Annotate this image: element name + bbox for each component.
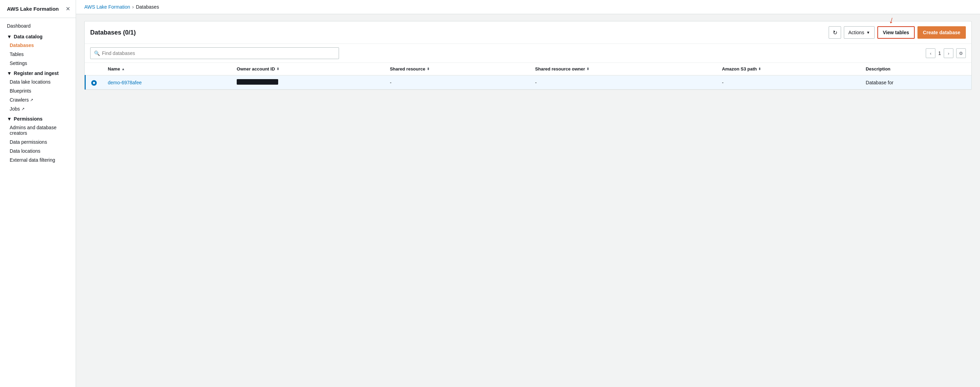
sort-icon: ⬍ xyxy=(277,67,279,71)
chevron-down-icon: ▼ xyxy=(7,70,12,76)
sort-icon: ⬍ xyxy=(586,67,589,71)
sidebar-nav: Dashboard ▼ Data catalog Databases Table… xyxy=(0,18,76,167)
owner-account-id-redacted xyxy=(237,79,278,84)
chevron-left-icon: ‹ xyxy=(930,51,931,56)
panel-header: Databases (0/1) ↻ Actions ▼ ↓ View table… xyxy=(85,21,971,44)
view-tables-button[interactable]: View tables xyxy=(877,26,915,39)
prev-page-button[interactable]: ‹ xyxy=(926,48,935,58)
row-shared-resource-cell: - xyxy=(384,75,530,89)
search-icon: 🔍 xyxy=(94,51,100,56)
sidebar-section-data-catalog[interactable]: ▼ Data catalog xyxy=(0,31,76,41)
search-bar-row: 🔍 ‹ 1 › ⚙ xyxy=(85,44,971,63)
sidebar-sub-register-ingest: Data lake locations Blueprints Crawlers … xyxy=(0,77,76,113)
sidebar-item-blueprints[interactable]: Blueprints xyxy=(10,86,76,96)
col-select xyxy=(85,63,103,75)
external-link-icon: ↗ xyxy=(30,98,33,102)
main-content: AWS Lake Formation › Databases Databases… xyxy=(76,0,980,387)
row-owner-cell xyxy=(231,75,384,89)
refresh-icon: ↻ xyxy=(833,29,837,36)
view-tables-wrapper: ↓ View tables xyxy=(877,26,915,39)
col-s3-path[interactable]: Amazon S3 path ⬍ xyxy=(716,63,860,75)
col-owner-account-id[interactable]: Owner account ID ⬍ xyxy=(231,63,384,75)
col-owner-label: Owner account ID xyxy=(237,66,275,72)
col-shared-label: Shared resource xyxy=(390,66,425,72)
col-shared-owner-label: Shared resource owner xyxy=(535,66,585,72)
col-shared-resource-owner[interactable]: Shared resource owner ⬍ xyxy=(530,63,717,75)
col-s3-label: Amazon S3 path xyxy=(722,66,757,72)
sidebar-header: AWS Lake Formation ✕ xyxy=(0,0,76,18)
row-name-cell: demo-6978afee xyxy=(102,75,231,89)
radio-inner xyxy=(93,82,95,84)
row-description-cell: Database for xyxy=(860,75,971,89)
row-s3-path-cell: - xyxy=(716,75,860,89)
database-name-link[interactable]: demo-6978afee xyxy=(108,80,142,85)
col-name[interactable]: Name ▲ xyxy=(102,63,231,75)
sidebar-item-settings[interactable]: Settings xyxy=(10,59,76,68)
next-page-button[interactable]: › xyxy=(944,48,953,58)
sidebar: AWS Lake Formation ✕ Dashboard ▼ Data ca… xyxy=(0,0,76,387)
sort-asc-icon: ▲ xyxy=(121,67,125,71)
col-desc-label: Description xyxy=(865,66,891,72)
panel-title: Databases (0/1) xyxy=(90,29,136,36)
col-description: Description xyxy=(860,63,971,75)
databases-panel: Databases (0/1) ↻ Actions ▼ ↓ View table… xyxy=(84,21,972,90)
chevron-right-icon: › xyxy=(948,51,949,56)
table-header-row: Name ▲ Owner account ID ⬍ xyxy=(85,63,972,75)
breadcrumb-separator: › xyxy=(132,4,134,10)
search-input[interactable] xyxy=(102,51,335,56)
sidebar-item-data-lake-locations[interactable]: Data lake locations xyxy=(10,77,76,86)
sidebar-item-tables[interactable]: Tables xyxy=(10,50,76,59)
close-icon[interactable]: ✕ xyxy=(66,6,70,12)
actions-label: Actions xyxy=(848,30,864,35)
page-content: Databases (0/1) ↻ Actions ▼ ↓ View table… xyxy=(76,14,980,387)
sidebar-title: AWS Lake Formation xyxy=(7,6,59,12)
page-number: 1 xyxy=(938,51,941,56)
breadcrumb: AWS Lake Formation › Databases xyxy=(76,0,980,14)
col-name-label: Name xyxy=(108,66,120,72)
row-select-cell[interactable] xyxy=(85,75,103,89)
chevron-down-icon: ▼ xyxy=(7,116,12,122)
databases-table: Name ▲ Owner account ID ⬍ xyxy=(85,63,971,89)
sidebar-section-register-ingest[interactable]: ▼ Register and ingest xyxy=(0,68,76,77)
row-shared-owner-cell: - xyxy=(530,75,717,89)
sort-icon: ⬍ xyxy=(427,67,430,71)
sidebar-item-admins-db-creators[interactable]: Admins and database creators xyxy=(10,123,76,137)
sidebar-section-permissions[interactable]: ▼ Permissions xyxy=(0,113,76,123)
pagination: ‹ 1 › ⚙ xyxy=(926,48,966,58)
sidebar-item-data-locations[interactable]: Data locations xyxy=(10,147,76,156)
actions-button[interactable]: Actions ▼ xyxy=(844,26,875,39)
toolbar: ↻ Actions ▼ ↓ View tables Create databas… xyxy=(829,26,966,39)
sort-icon: ⬍ xyxy=(758,67,761,71)
databases-table-wrap: Name ▲ Owner account ID ⬍ xyxy=(85,63,971,89)
gear-icon: ⚙ xyxy=(959,51,963,56)
breadcrumb-current: Databases xyxy=(136,4,159,10)
sidebar-item-data-permissions[interactable]: Data permissions xyxy=(10,137,76,147)
table-settings-button[interactable]: ⚙ xyxy=(956,48,966,58)
search-input-wrap: 🔍 xyxy=(90,47,339,59)
table-row[interactable]: demo-6978afee - - - Database for xyxy=(85,75,972,89)
sidebar-item-crawlers[interactable]: Crawlers ↗ xyxy=(10,96,76,104)
refresh-button[interactable]: ↻ xyxy=(829,26,841,39)
sidebar-sub-permissions: Admins and database creators Data permis… xyxy=(0,123,76,164)
sidebar-item-jobs[interactable]: Jobs ↗ xyxy=(10,104,76,113)
annotation-arrow: ↓ xyxy=(888,15,895,25)
create-database-button[interactable]: Create database xyxy=(918,26,966,39)
external-link-icon: ↗ xyxy=(21,107,24,111)
sidebar-item-dashboard[interactable]: Dashboard xyxy=(0,21,76,31)
col-shared-resource[interactable]: Shared resource ⬍ xyxy=(384,63,530,75)
radio-button[interactable] xyxy=(91,80,97,86)
chevron-down-icon: ▼ xyxy=(7,34,12,40)
chevron-down-icon: ▼ xyxy=(866,30,870,35)
sidebar-item-external-data-filtering[interactable]: External data filtering xyxy=(10,156,76,164)
sidebar-item-databases[interactable]: Databases xyxy=(10,41,76,50)
breadcrumb-parent[interactable]: AWS Lake Formation xyxy=(84,4,130,10)
sidebar-sub-data-catalog: Databases Tables Settings xyxy=(0,41,76,68)
